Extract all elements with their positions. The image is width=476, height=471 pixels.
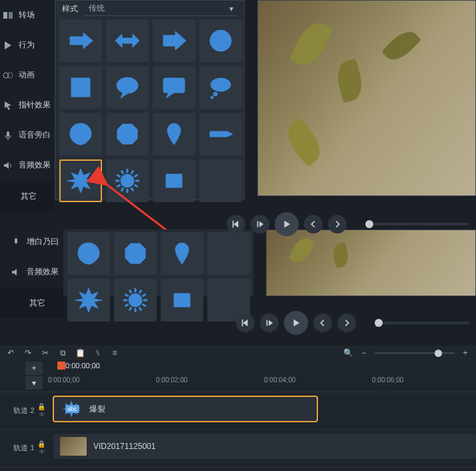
sidebar-item-label: 语音旁白 (19, 129, 51, 141)
redo-button[interactable]: ↷ (23, 348, 33, 358)
audio-icon (3, 160, 13, 171)
shape-rect-small[interactable] (161, 279, 203, 322)
category-sidebar: 转场 行为 动画 指针效果 语音旁白 音频效果 其它 (0, 0, 55, 211)
shape-grid (55, 17, 244, 205)
svg-line-48 (129, 307, 131, 310)
copy-button[interactable]: ⧉ (57, 348, 68, 358)
time-ruler[interactable]: 0:00:00;00 0:00:02;00 0:00:04;00 0:00:06… (48, 376, 476, 392)
svg-marker-21 (210, 131, 233, 137)
back-button[interactable] (313, 314, 332, 332)
svg-line-34 (131, 170, 133, 173)
shape-speech-oval[interactable] (106, 66, 149, 109)
shape-square[interactable] (59, 66, 102, 109)
undo-button[interactable]: ↶ (5, 348, 16, 358)
clip-video[interactable]: VID20171125001 (53, 434, 476, 459)
clip-label: VID20171125001 (93, 442, 155, 451)
prev-button[interactable] (236, 314, 255, 332)
shape-blank[interactable] (207, 232, 250, 275)
pointer-icon (3, 100, 13, 111)
style-dropdown[interactable]: 传统 ▾ (85, 1, 237, 16)
eye-icon[interactable]: 👁 (39, 411, 45, 418)
play-button[interactable] (275, 212, 299, 236)
shape-blob[interactable] (59, 113, 102, 155)
svg-point-43 (129, 294, 142, 307)
shape-arrow-right[interactable] (59, 19, 102, 62)
track-body[interactable]: abc 爆裂 (48, 392, 476, 429)
sidebar-item-other-2[interactable]: 其它 (0, 288, 63, 318)
sidebar-item-narration[interactable]: 语音旁白 (0, 120, 55, 150)
step-button[interactable] (260, 314, 279, 332)
zoom-slider[interactable] (375, 352, 455, 354)
track-menu-button[interactable]: ▾ (25, 376, 43, 390)
track-1: 轨道 1 👁 🔒 VID20171125001 (0, 430, 476, 467)
volume-slider[interactable] (375, 322, 469, 324)
shape-circle[interactable] (199, 19, 242, 62)
add-track-button[interactable]: + (25, 362, 43, 375)
shape-arrow-right-solid[interactable] (153, 19, 195, 62)
timecode: 0:00:00;00 (65, 362, 100, 370)
behavior-icon (3, 40, 13, 51)
shape-burst[interactable] (59, 159, 102, 202)
timeline: + ▾ 0:00:00;00 0:00:00;00 0:00:02;00 0:0… (0, 360, 476, 471)
track-body[interactable]: VID20171125001 (48, 430, 476, 466)
shape-pin[interactable] (161, 232, 203, 275)
svg-line-46 (139, 307, 141, 310)
shape-pin[interactable] (153, 113, 195, 155)
playhead-marker[interactable] (57, 362, 65, 370)
back-button[interactable] (304, 215, 323, 233)
shape-blob[interactable] (67, 232, 110, 275)
svg-rect-64 (267, 320, 268, 326)
clip-tag: abc (65, 405, 79, 413)
lock-icon[interactable]: 🔒 (37, 440, 45, 448)
step-button[interactable] (251, 215, 269, 233)
svg-marker-5 (5, 101, 11, 110)
style-value: 传统 (89, 3, 105, 14)
forward-button[interactable] (337, 314, 356, 332)
play-button[interactable] (284, 311, 308, 335)
sidebar-item-audio[interactable]: 音频效果 (0, 150, 55, 180)
shape-burst[interactable] (67, 279, 110, 322)
clip-thumbnail (60, 437, 87, 456)
sidebar-item-behavior[interactable]: 行为 (0, 30, 55, 60)
transport-bar-2 (229, 310, 476, 336)
shape-sun[interactable] (106, 159, 149, 202)
split-button[interactable]: ⑊ (92, 348, 103, 358)
clip-burst[interactable]: abc 爆裂 (53, 396, 317, 422)
sidebar-item-transition[interactable]: 转场 (0, 0, 55, 30)
sidebar-item-other[interactable]: 其它 (0, 181, 55, 211)
shape-octagon[interactable] (114, 232, 157, 275)
shape-thought-cloud[interactable] (199, 66, 242, 109)
shape-sun[interactable] (114, 279, 157, 322)
svg-marker-41 (125, 244, 145, 264)
sidebar-item-audio-2[interactable]: 音频效果 (0, 257, 63, 287)
track-header[interactable]: 轨道 1 👁 🔒 (0, 443, 48, 453)
sidebar-item-animation[interactable]: 动画 (0, 60, 55, 90)
shape-arrow-lr[interactable] (106, 19, 149, 62)
preview-pane-2[interactable] (266, 229, 476, 296)
forward-button[interactable] (328, 215, 347, 233)
track-name: 轨道 2 (13, 406, 34, 414)
sidebar-item-narration-2[interactable]: 增白乃曰 (0, 227, 63, 257)
cut-button[interactable]: ✂ (40, 348, 51, 358)
zoom-out-button[interactable]: − (359, 348, 369, 358)
zoom-in-button[interactable]: + (460, 348, 471, 358)
volume-slider[interactable] (365, 223, 469, 225)
prev-button[interactable] (227, 215, 245, 233)
svg-marker-57 (234, 221, 239, 228)
shape-blank[interactable] (199, 159, 242, 202)
sidebar-item-pointer[interactable]: 指针效果 (0, 90, 55, 120)
props-button[interactable]: ≡ (109, 348, 120, 358)
eye-icon[interactable]: 👁 (39, 448, 45, 456)
shape-speech-rect[interactable] (153, 66, 195, 109)
track-header[interactable]: 轨道 2 👁 🔒 (0, 406, 48, 416)
search-icon[interactable]: 🔍 (343, 348, 353, 358)
svg-line-51 (125, 294, 128, 296)
shape-pointer-shape[interactable] (199, 113, 242, 155)
lock-icon[interactable]: 🔒 (37, 403, 45, 410)
paste-button[interactable]: 📋 (75, 348, 85, 358)
preview-pane-1[interactable] (257, 0, 476, 196)
preview-image (258, 1, 475, 195)
shape-rect-small[interactable] (153, 159, 195, 202)
shape-picker-panel-lower (63, 229, 253, 296)
shape-octagon[interactable] (106, 113, 149, 155)
